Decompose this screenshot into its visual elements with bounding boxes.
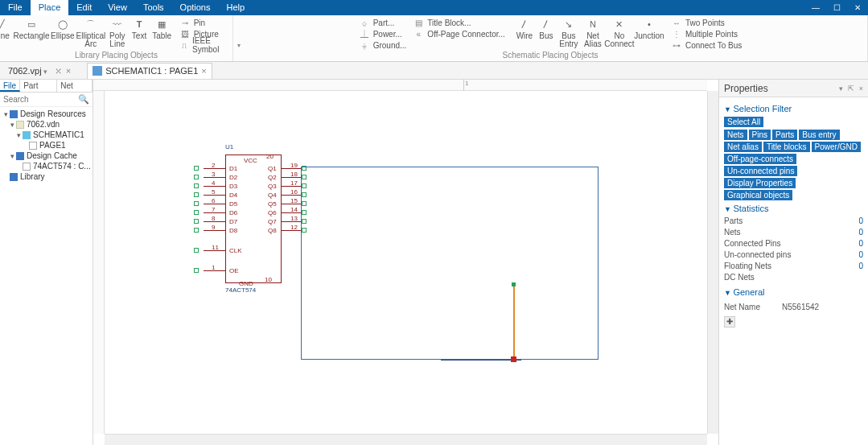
ribbon-rectangle[interactable]: ▭Rectangle [14,17,49,40]
filter-tag[interactable]: Bus entry [799,130,839,140]
ribbon-noconnect[interactable]: ✕No Connect [605,17,634,48]
document-tab[interactable]: SCHEMATIC1 : PAGE1 × [87,63,212,79]
doc-close-icon[interactable]: × [201,66,206,76]
filter-tag[interactable]: Display Properties [724,178,796,188]
menu-edit[interactable]: Edit [68,0,100,15]
pin-icon: ⊸ [179,19,191,27]
menu-place[interactable]: Place [31,0,69,15]
ribbon-text[interactable]: TText [129,17,149,40]
wire-endpoint[interactable] [512,282,516,286]
filter-tag[interactable]: Title blocks [763,142,810,152]
filter-tag[interactable]: Net alias [724,142,762,152]
pin-pad[interactable] [194,166,199,171]
menu-help[interactable]: Help [219,0,253,15]
sec-selection-filter[interactable]: Selection Filter [724,104,863,113]
pin-label: Q6 [268,209,277,216]
props-menu-icon[interactable]: ▾ [839,84,843,93]
window-minimize-icon[interactable]: — [805,3,826,12]
lp-tab-part[interactable]: Part Tree [20,80,57,92]
ribbon-power[interactable]: ⏊Power... [359,28,407,39]
ribbon-titleblock[interactable]: ▤Title Block... [413,17,505,28]
ribbon-twopoints[interactable]: ↔Two Points [671,17,742,28]
tree-node[interactable]: PAGE1 [2,140,93,150]
prop-net-name-value: N5561542 [782,303,819,311]
pin-label: CLK [229,247,242,254]
pin-pad[interactable] [194,228,199,233]
ribbon-bus[interactable]: 〳Bus [536,17,557,48]
wire-selected[interactable] [513,284,515,360]
ribbon-pin[interactable]: ⊸Pin [179,17,241,28]
filter-tag[interactable]: Un-connected pins [724,166,797,176]
filter-tag[interactable]: Parts [772,130,797,140]
ribbon-ieee[interactable]: ⎍IEEE Symbol ▾ [179,39,241,51]
search-icon[interactable]: 🔍 [77,94,90,105]
props-pin-icon[interactable]: ⇱ [848,84,854,93]
menu-file[interactable]: File [0,0,31,15]
tree-node[interactable]: ▾7062.vdn [2,119,93,130]
sec-statistics[interactable]: Statistics [724,204,863,213]
tree-node[interactable]: 74ACT574 : C... [2,161,93,171]
scrollbar-vertical[interactable] [707,91,718,434]
ribbon-ground[interactable]: ⏚Ground... [359,39,407,51]
pin-pad[interactable] [194,201,199,206]
filter-tag[interactable]: Nets [724,130,747,140]
ribbon-connectbus[interactable]: ⊶Connect To Bus [671,39,742,51]
pin-pad[interactable] [194,268,199,273]
filter-tag[interactable]: Power/GND [812,142,861,152]
lp-tab-file[interactable]: File [0,80,20,92]
chevron-down-icon[interactable]: ▾ [43,68,47,76]
sec-general[interactable]: General [724,287,863,297]
tree-node[interactable]: ▾SCHEMATIC1 [2,130,93,140]
wire-segment-bottom[interactable] [441,360,521,361]
tag-select-all[interactable]: Select All [724,117,763,127]
tree-node[interactable]: ▾Design Cache [2,150,93,161]
ribbon-polyline[interactable]: 〰Poly Line [107,17,127,48]
ribbon-wire[interactable]: 〳Wire [513,17,536,48]
menu-options[interactable]: Options [172,0,219,15]
menu-tools[interactable]: Tools [135,0,172,15]
ribbon-offpage[interactable]: «Off-Page Connector... [413,28,505,39]
window-maximize-icon[interactable]: ☐ [826,3,847,12]
ribbon-arc[interactable]: ⌒Elliptical Arc [76,17,106,48]
pin-pad[interactable] [194,175,199,179]
wire-drag-handle[interactable] [511,356,516,362]
pin-label: OE [229,267,239,274]
tree-node[interactable]: Library [2,171,93,182]
ribbon-line[interactable]: ╱Line [0,17,12,40]
window-close-icon[interactable]: ✕ [847,3,868,12]
ribbon-table[interactable]: ▦Table [151,17,173,40]
ribbon-busentry[interactable]: ↘Bus Entry [557,17,581,48]
busentry-icon: ↘ [562,17,576,31]
filter-tag[interactable]: Pins [749,130,771,140]
pin-pad[interactable] [194,192,199,197]
ruler-horizontal: 1 [93,80,707,91]
ribbon-junction[interactable]: •Junction [634,17,664,48]
schematic-canvas[interactable]: U1 20 VCC 10 GND 74ACT574 2D13D24D35D46D… [105,91,707,434]
ribbon-ellipse[interactable]: ◯Ellipse [51,17,74,40]
lp-tab-net[interactable]: Net Tree [57,80,93,92]
pin-number: 14 [290,206,298,213]
pin-pad[interactable] [194,248,199,253]
filter-tag[interactable]: Graphical objects [724,190,792,200]
project-pin-icon[interactable]: ⤫ [55,66,62,76]
pin-number: 3 [212,171,215,178]
add-property-button[interactable]: ✚ [724,316,735,328]
project-close-icon[interactable]: × [66,66,71,76]
scrollbar-horizontal[interactable] [105,434,707,445]
pin-number: 9 [212,224,215,231]
project-tab[interactable]: 7062.vpj▾ ⤫ × [0,62,79,80]
tree-node[interactable]: ▾Design Resources [2,109,93,119]
pin-pad[interactable] [194,183,199,188]
ribbon-multipoints[interactable]: ⋮Multiple Points [671,28,742,39]
pin-pad[interactable] [194,219,199,224]
search-input[interactable] [0,95,77,104]
pin-number: 12 [290,224,298,231]
pin-pad[interactable] [194,210,199,215]
props-close-icon[interactable]: × [859,84,863,93]
ribbon-netalias[interactable]: NNet Alias [581,17,605,48]
menu-view[interactable]: View [100,0,135,15]
ribbon-part[interactable]: ⎐Part... [359,17,407,28]
stat-row: Floating Nets0 [724,262,863,273]
filter-tag[interactable]: Off-page-connects [724,154,796,164]
stat-row: Connected Pins0 [724,239,863,250]
